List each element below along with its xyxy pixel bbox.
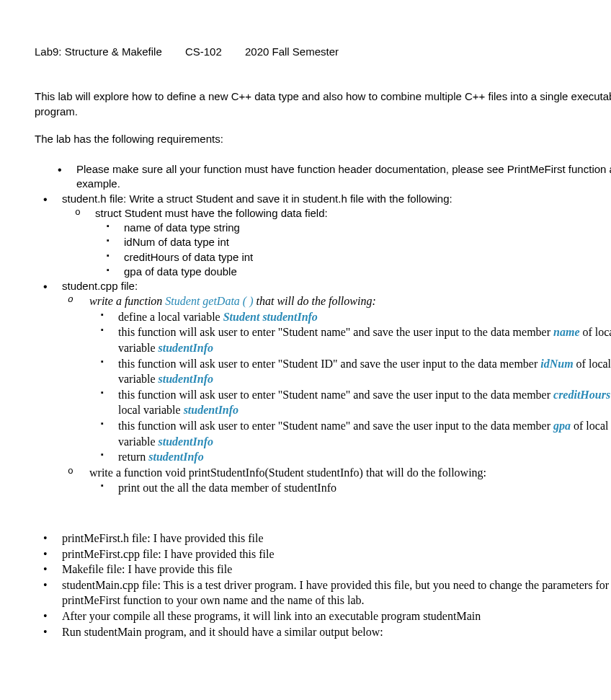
file-makefile: Makefile file: I have provide this file [35, 562, 611, 577]
field-gpa: gpa of data type double [95, 265, 611, 279]
intro-paragraph-2: The lab has the following requirements: [35, 132, 611, 146]
lab-title: Lab9: Structure & Makefile [35, 45, 162, 58]
run-note: Run studentMain program, and it should h… [35, 624, 611, 640]
getdata-ask-credithours: this function will ask user to enter "St… [89, 387, 611, 418]
file-studentmain-cpp: studentMain.cpp file: This is a test dri… [35, 577, 611, 608]
req-student-cpp: student.cpp file: write a function Stude… [35, 279, 611, 496]
doc-header: Lab9: Structure & Makefile CS-102 2020 F… [35, 45, 611, 59]
printstudentinfo-fn: write a function void printStudentInfo(S… [62, 465, 611, 496]
requirement-list: Please make sure all your function must … [35, 162, 611, 496]
fn-signature: Student getData ( ) [165, 295, 253, 307]
term: 2020 Fall Semester [245, 45, 339, 58]
req-text: Please make sure all your function must … [76, 163, 611, 190]
intro-paragraph-1: This lab will explore how to define a ne… [35, 89, 611, 119]
compile-note: After your compile all these programs, i… [35, 608, 611, 624]
field-credithours: creditHours of data type int [95, 250, 611, 265]
getdata-fn: write a function Student getData ( ) tha… [62, 293, 611, 465]
getdata-return: return studentInfo [89, 449, 611, 465]
req-student-h: student.h file: Write a struct Student a… [35, 192, 611, 280]
getdata-ask-id: this function will ask user to enter "St… [89, 356, 611, 387]
field-name: name of data type string [95, 221, 611, 235]
req-text: student.cpp file: [62, 280, 138, 292]
field-idnum: idNum of data type int [95, 235, 611, 249]
student-struct-fields: struct Student must have the following d… [62, 206, 611, 279]
req-text: student.h file: Write a struct Student a… [62, 192, 452, 205]
getdata-ask-name: this function will ask user to enter "St… [89, 324, 611, 355]
sub-text: struct Student must have the following d… [95, 207, 328, 219]
file-printmefirst-cpp: printMeFirst.cpp file: I have provided t… [35, 546, 611, 562]
req-doc-header: Please make sure all your function must … [35, 162, 611, 192]
getdata-ask-gpa: this function will ask user to enter "St… [89, 418, 611, 449]
file-printmefirst-h: printMeFirst.h file: I have provided thi… [35, 531, 611, 546]
course-code: CS-102 [185, 45, 222, 58]
getdata-define-local: define a local variable Student studentI… [89, 309, 611, 325]
files-list: printMeFirst.h file: I have provided thi… [35, 531, 611, 639]
printstudentinfo-desc: print out the all the data member of stu… [89, 480, 611, 496]
